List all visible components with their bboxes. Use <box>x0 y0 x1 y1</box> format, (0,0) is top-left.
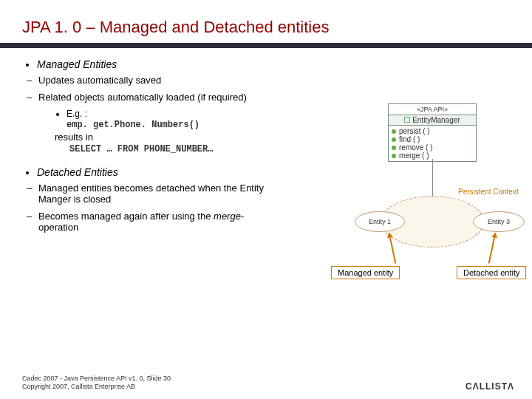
section-managed-heading: Managed Entities <box>37 58 510 70</box>
callout-detached-entity: Detached entity <box>457 266 526 279</box>
slide-footer: Cadec 2007 - Java Persistence API v1. 0,… <box>22 375 171 392</box>
bullet-becomes-detached: Managed entities becomes detached when t… <box>38 183 273 205</box>
uml-op-remove: remove ( ) <box>392 143 473 151</box>
eg-code: emp. get.Phone. Numbers() <box>66 120 200 130</box>
method-icon <box>392 137 396 142</box>
callout-managed-entity: Managed entity <box>331 266 400 279</box>
uml-class-name: EntityManager <box>389 115 476 126</box>
uml-stereotype: «JPA API» <box>389 104 476 115</box>
persistent-context-label: Persistent Context <box>458 188 519 196</box>
title-underline <box>0 43 532 48</box>
entity-1-ellipse: Entity 1 <box>355 211 405 232</box>
method-icon <box>392 146 396 150</box>
bullet-auto-save: Updates automatically saved <box>38 75 510 86</box>
entity-3-ellipse: Entity 3 <box>473 211 525 232</box>
method-icon <box>392 154 396 158</box>
method-icon <box>392 129 396 134</box>
results-in-label: results in <box>55 132 93 143</box>
merge-word: merge <box>214 211 241 222</box>
footer-line1: Cadec 2007 - Java Persistence API v1. 0,… <box>22 375 171 383</box>
brand-logo: CΛLLISTΛ <box>466 381 514 392</box>
slide-title: JPA 1. 0 – Managed and Detached entities <box>22 18 510 37</box>
uml-class-name-text: EntityManager <box>412 116 460 124</box>
results-sql: SELECT … FROM PHONE_NUMBER… <box>69 144 213 154</box>
uml-op-find: find ( ) <box>392 135 473 143</box>
footer-line2: Copyright 2007, Callista Enterprise AB <box>22 383 171 392</box>
bullet-related-load: Related objects automatically loaded (if… <box>38 92 510 103</box>
eg-label-text: E.g. : <box>66 109 87 119</box>
bullet-merge-back: Becomes managed again after using the me… <box>38 211 273 233</box>
uml-class-box: «JPA API» EntityManager persist ( ) find… <box>388 103 477 162</box>
arrow-to-entity3 <box>488 233 497 263</box>
merge-prefix: Becomes managed again after using the <box>38 211 214 222</box>
uml-op-persist: persist ( ) <box>392 127 473 135</box>
uml-association-line <box>432 159 433 196</box>
